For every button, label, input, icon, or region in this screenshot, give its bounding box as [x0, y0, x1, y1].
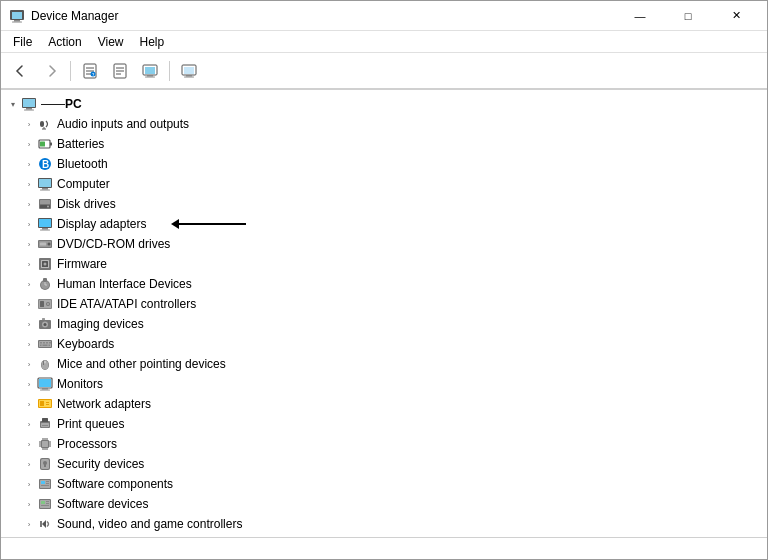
computer-label: Computer — [57, 177, 110, 191]
computer-expand-icon[interactable]: › — [21, 176, 37, 192]
window-title: Device Manager — [31, 9, 617, 23]
softdev-icon — [37, 496, 53, 512]
toolbar: ? — [1, 53, 767, 89]
display-expand-icon[interactable]: › — [21, 216, 37, 232]
svg-point-55 — [44, 263, 47, 266]
network-label: Network adapters — [57, 397, 151, 411]
svg-point-40 — [47, 206, 49, 208]
properties-button[interactable]: ? — [76, 58, 104, 84]
tree-item-bluetooth[interactable]: › B Bluetooth — [1, 154, 767, 174]
processors-expand-icon[interactable]: › — [21, 436, 37, 452]
svg-rect-63 — [40, 301, 44, 307]
softcomp-expand-icon[interactable]: › — [21, 476, 37, 492]
ide-expand-icon[interactable]: › — [21, 296, 37, 312]
computer-icon — [37, 176, 53, 192]
svg-rect-37 — [40, 190, 50, 191]
tree-item-computer[interactable]: › Computer — [1, 174, 767, 194]
svg-rect-45 — [40, 230, 50, 231]
tree-root[interactable]: ▾ ——PC — [1, 94, 767, 114]
dvd-label: DVD/CD-ROM drives — [57, 237, 170, 251]
svg-marker-47 — [171, 219, 179, 229]
tree-item-softdev[interactable]: › Software devices — [1, 494, 767, 514]
svg-marker-127 — [40, 521, 42, 527]
sound-expand-icon[interactable]: › — [21, 516, 37, 532]
hid-expand-icon[interactable]: › — [21, 276, 37, 292]
tree-item-mice[interactable]: › Mice and other pointing devices — [1, 354, 767, 374]
softdev-expand-icon[interactable]: › — [21, 496, 37, 512]
root-expand-icon[interactable]: ▾ — [5, 96, 21, 112]
svg-marker-128 — [42, 520, 46, 528]
svg-rect-74 — [46, 342, 48, 344]
tree-item-sound[interactable]: › Sound, video and game controllers — [1, 514, 767, 534]
svg-rect-75 — [49, 342, 51, 344]
svg-rect-31 — [40, 142, 45, 147]
root-label: ——PC — [41, 97, 82, 111]
tree-item-print[interactable]: › Print queues — [1, 414, 767, 434]
network-expand-icon[interactable]: › — [21, 396, 37, 412]
tree-item-security[interactable]: › Security devices — [1, 454, 767, 474]
tree-item-disk[interactable]: › Disk drives — [1, 194, 767, 214]
tree-item-network[interactable]: › Network adapters — [1, 394, 767, 414]
help-button[interactable] — [106, 58, 134, 84]
softcomp-label: Software components — [57, 477, 173, 491]
processors-icon — [37, 436, 53, 452]
tree-item-ide[interactable]: › IDE ATA/ATAPI controllers — [1, 294, 767, 314]
tree-item-batteries[interactable]: › Batteries — [1, 134, 767, 154]
svg-rect-119 — [46, 483, 49, 484]
tree-item-softcomp[interactable]: › Software components — [1, 474, 767, 494]
tree-item-audio[interactable]: › Audio inputs and outputs — [1, 114, 767, 134]
svg-rect-44 — [42, 228, 48, 230]
tree-item-processors[interactable]: › Proces — [1, 434, 767, 454]
disk-label: Disk drives — [57, 197, 116, 211]
dvd-expand-icon[interactable]: › — [21, 236, 37, 252]
tree-item-monitors[interactable]: › Monitors — [1, 374, 767, 394]
svg-rect-90 — [46, 402, 49, 403]
menu-file[interactable]: File — [5, 33, 40, 51]
svg-rect-91 — [46, 404, 49, 405]
print-label: Print queues — [57, 417, 124, 431]
print-expand-icon[interactable]: › — [21, 416, 37, 432]
update-driver-button[interactable] — [136, 58, 164, 84]
close-button[interactable]: ✕ — [713, 1, 759, 31]
svg-rect-1 — [12, 12, 22, 19]
minimize-button[interactable]: — — [617, 1, 663, 31]
bluetooth-icon: B — [37, 156, 53, 172]
mice-label: Mice and other pointing devices — [57, 357, 226, 371]
network-icon — [37, 396, 53, 412]
tree-item-display[interactable]: › Display adapters — [1, 214, 767, 234]
sound-label: Sound, video and game controllers — [57, 517, 242, 531]
device-manager-window: Device Manager — □ ✕ File Action View He… — [0, 0, 768, 560]
monitor-button[interactable] — [175, 58, 203, 84]
tree-item-keyboards[interactable]: › Keyboards — [1, 334, 767, 354]
keyboards-expand-icon[interactable]: › — [21, 336, 37, 352]
svg-rect-35 — [39, 179, 51, 187]
svg-rect-15 — [145, 67, 155, 74]
disk-expand-icon[interactable]: › — [21, 196, 37, 212]
svg-rect-89 — [40, 401, 44, 406]
bluetooth-expand-icon[interactable]: › — [21, 156, 37, 172]
svg-rect-20 — [186, 75, 192, 77]
menu-help[interactable]: Help — [132, 33, 173, 51]
imaging-expand-icon[interactable]: › — [21, 316, 37, 332]
back-button[interactable] — [7, 58, 35, 84]
firmware-expand-icon[interactable]: › — [21, 256, 37, 272]
tree-item-firmware[interactable]: › Firmware — [1, 254, 767, 274]
tree-item-dvd[interactable]: › DVD/CD-ROM drives — [1, 234, 767, 254]
svg-rect-30 — [50, 143, 52, 146]
device-tree[interactable]: ▾ ——PC › Audio — [1, 90, 767, 537]
menu-view[interactable]: View — [90, 33, 132, 51]
menu-action[interactable]: Action — [40, 33, 89, 51]
batteries-expand-icon[interactable]: › — [21, 136, 37, 152]
security-expand-icon[interactable]: › — [21, 456, 37, 472]
restore-button[interactable]: □ — [665, 1, 711, 31]
svg-point-68 — [44, 323, 47, 326]
audio-expand-icon[interactable]: › — [21, 116, 37, 132]
svg-rect-69 — [42, 318, 45, 320]
app-icon — [9, 8, 25, 24]
display-label: Display adapters — [57, 217, 146, 231]
mice-expand-icon[interactable]: › — [21, 356, 37, 372]
forward-button[interactable] — [37, 58, 65, 84]
tree-item-imaging[interactable]: › Imaging devices — [1, 314, 767, 334]
tree-item-hid[interactable]: › Human Interface Devices — [1, 274, 767, 294]
monitors-expand-icon[interactable]: › — [21, 376, 37, 392]
